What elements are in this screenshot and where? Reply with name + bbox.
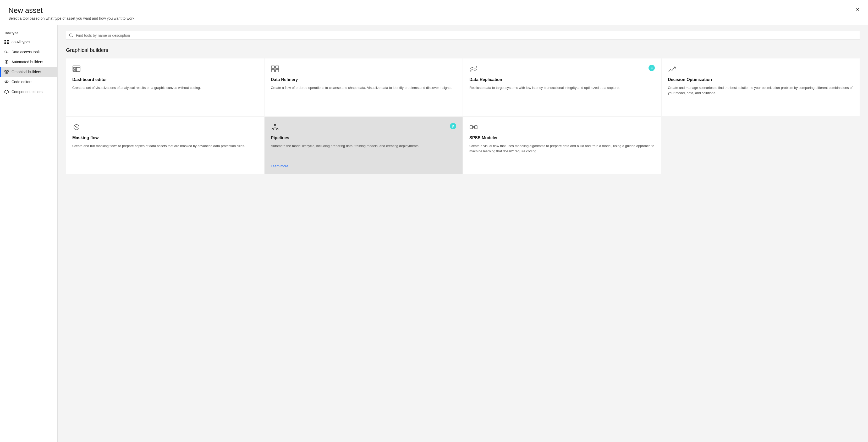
svg-rect-37 bbox=[470, 125, 472, 129]
svg-rect-21 bbox=[73, 70, 76, 71]
svg-point-32 bbox=[272, 128, 274, 130]
svg-rect-23 bbox=[276, 66, 279, 68]
graphical-icon bbox=[4, 69, 9, 74]
modal-container: New asset Select a tool based on what ty… bbox=[0, 0, 868, 442]
svg-line-36 bbox=[275, 128, 277, 128]
sidebar-item-automated-label: Automated builders bbox=[11, 60, 43, 64]
masking-flow-desc: Create and run masking flows to prepare … bbox=[72, 143, 258, 168]
section-title: Graphical builders bbox=[66, 47, 860, 53]
sidebar-item-automated[interactable]: Automated builders bbox=[0, 57, 57, 67]
data-replication-desc: Replicate data to target systems with lo… bbox=[469, 85, 655, 110]
masking-flow-name: Masking flow bbox=[72, 136, 258, 140]
svg-rect-25 bbox=[276, 69, 279, 72]
spss-modeler-desc: Create a visual flow that uses modeling … bbox=[469, 143, 655, 168]
main-content: Graphical builders Dashboard edit bbox=[58, 25, 868, 442]
key-icon bbox=[4, 50, 9, 54]
code-icon bbox=[4, 80, 9, 84]
card-data-refinery[interactable]: Data Refinery Create a flow of ordered o… bbox=[265, 58, 463, 116]
svg-rect-1 bbox=[7, 40, 9, 41]
data-refinery-desc: Create a flow of ordered operations to c… bbox=[271, 85, 456, 110]
svg-point-4 bbox=[5, 51, 7, 53]
grid-icon bbox=[4, 39, 9, 44]
svg-rect-20 bbox=[73, 68, 76, 69]
masking-flow-icon bbox=[72, 123, 81, 131]
svg-rect-2 bbox=[4, 42, 6, 44]
card-dashboard-editor[interactable]: Dashboard editor Create a set of visuali… bbox=[66, 58, 264, 116]
svg-rect-38 bbox=[474, 125, 477, 129]
svg-point-33 bbox=[277, 128, 278, 130]
decision-optimization-name: Decision Optimization bbox=[668, 77, 853, 82]
decision-optimization-desc: Create and manage scenarios to find the … bbox=[668, 85, 853, 110]
spss-modeler-name: SPSS Modeler bbox=[469, 136, 655, 140]
svg-line-16 bbox=[72, 36, 73, 37]
pipelines-icon bbox=[271, 123, 279, 131]
search-input[interactable] bbox=[76, 33, 857, 37]
modal-subtitle: Select a tool based on what type of asse… bbox=[8, 16, 860, 21]
dashboard-editor-desc: Create a set of visualizations of analyt… bbox=[72, 85, 258, 110]
component-icon bbox=[4, 89, 9, 94]
svg-rect-12 bbox=[6, 72, 7, 73]
sidebar-item-data-access-label: Data access tools bbox=[11, 50, 40, 54]
card-data-replication[interactable]: β Data Replication Replicate data to tar… bbox=[463, 58, 661, 116]
svg-rect-11 bbox=[7, 70, 8, 72]
pipelines-beta-badge: β bbox=[450, 123, 456, 129]
sidebar-item-all-types[interactable]: 88 All types bbox=[0, 37, 57, 47]
cards-row-1: Dashboard editor Create a set of visuali… bbox=[66, 58, 860, 116]
svg-rect-3 bbox=[7, 42, 9, 44]
modal-title: New asset bbox=[8, 6, 860, 15]
pipelines-desc: Automate the model lifecycle, including … bbox=[271, 143, 456, 160]
svg-line-35 bbox=[273, 128, 275, 128]
data-replication-icon bbox=[469, 65, 478, 73]
sidebar-item-graphical[interactable]: Graphical builders bbox=[0, 67, 57, 77]
sidebar-item-component-editors[interactable]: Component editors bbox=[0, 87, 57, 97]
svg-point-42 bbox=[474, 127, 475, 128]
svg-rect-0 bbox=[4, 40, 6, 41]
data-refinery-name: Data Refinery bbox=[271, 77, 456, 82]
search-icon bbox=[69, 33, 73, 37]
svg-rect-22 bbox=[271, 66, 275, 68]
card-decision-optimization[interactable]: Decision Optimization Create and manage … bbox=[661, 58, 860, 116]
auto-icon bbox=[4, 60, 9, 64]
cards-row-2: Masking flow Create and run masking flow… bbox=[66, 117, 860, 174]
card-empty bbox=[661, 117, 860, 174]
data-replication-beta-badge: β bbox=[649, 65, 655, 71]
svg-line-13 bbox=[6, 80, 7, 83]
sidebar-item-data-access[interactable]: Data access tools bbox=[0, 47, 57, 57]
sidebar: Tool type 88 All types bbox=[0, 25, 58, 442]
pipelines-learn-more-link[interactable]: Learn more bbox=[271, 164, 456, 168]
data-refinery-icon bbox=[271, 65, 279, 73]
close-button[interactable]: × bbox=[853, 5, 862, 13]
card-spss-modeler[interactable]: SPSS Modeler Create a visual flow that u… bbox=[463, 117, 661, 174]
dashboard-editor-name: Dashboard editor bbox=[72, 77, 258, 82]
svg-rect-10 bbox=[5, 70, 6, 72]
modal-header: New asset Select a tool based on what ty… bbox=[0, 0, 868, 25]
sidebar-item-code-editors-label: Code editors bbox=[11, 80, 32, 84]
svg-marker-14 bbox=[5, 90, 8, 94]
modal-body: Tool type 88 All types bbox=[0, 25, 868, 442]
decision-optimization-icon bbox=[668, 65, 676, 73]
data-replication-name: Data Replication bbox=[469, 77, 655, 82]
svg-rect-24 bbox=[271, 69, 275, 72]
spss-modeler-icon bbox=[469, 123, 478, 131]
sidebar-item-graphical-label: Graphical builders bbox=[11, 70, 41, 74]
card-pipelines[interactable]: β Pipelines Automate the model lifecycle… bbox=[265, 117, 463, 174]
sidebar-section-label: Tool type bbox=[0, 29, 57, 37]
sidebar-item-component-editors-label: Component editors bbox=[11, 90, 42, 94]
pipelines-name: Pipelines bbox=[271, 136, 456, 140]
sidebar-item-code-editors[interactable]: Code editors bbox=[0, 77, 57, 87]
svg-point-41 bbox=[474, 126, 475, 127]
svg-point-31 bbox=[274, 124, 276, 126]
search-bar bbox=[66, 31, 860, 40]
sidebar-item-all-types-label: 88 All types bbox=[11, 40, 30, 44]
svg-point-15 bbox=[70, 34, 72, 36]
dashboard-editor-icon bbox=[72, 65, 81, 73]
card-masking-flow[interactable]: Masking flow Create and run masking flow… bbox=[66, 117, 264, 174]
